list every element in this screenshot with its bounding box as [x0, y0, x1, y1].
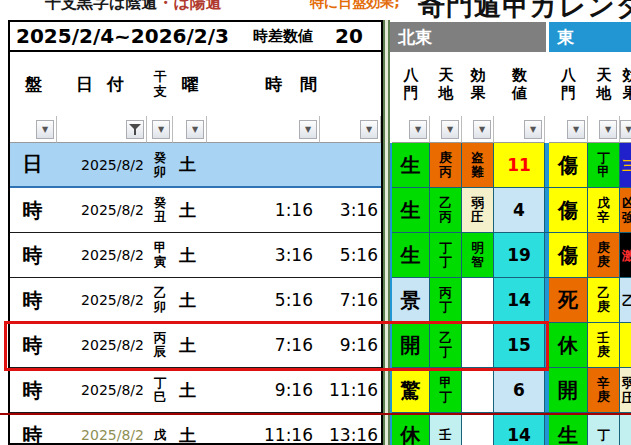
time-start-cell[interactable]: 7:16 — [207, 323, 320, 368]
effect-cell-2[interactable]: 凶 強 — [620, 188, 631, 233]
ban-cell[interactable]: 日 — [8, 143, 57, 188]
weekday-cell[interactable]: 土 — [173, 233, 207, 278]
ban-cell[interactable]: 時 — [8, 278, 57, 323]
kanshi-cell[interactable]: 乙卯 — [147, 278, 173, 323]
kanshi-cell[interactable]: 癸丑 — [147, 188, 173, 233]
effect-cell-1[interactable]: 盗難 — [462, 143, 494, 188]
hachimon-cell-1[interactable]: 生 — [392, 233, 430, 278]
hachimon-cell-2[interactable]: 死 — [549, 278, 588, 323]
pane-split-divider[interactable] — [383, 20, 390, 445]
effect-cell-1[interactable] — [462, 368, 494, 413]
effect-cell-1[interactable] — [462, 413, 494, 445]
value-cell-1[interactable]: 14 — [494, 278, 545, 323]
effect-cell-1[interactable] — [462, 278, 494, 323]
filter-funnel-date[interactable] — [126, 120, 144, 139]
effect-cell-1[interactable]: 明智 — [462, 233, 494, 278]
value-cell-1[interactable]: 4 — [494, 188, 545, 233]
weekday-cell[interactable]: 土 — [173, 143, 207, 188]
ban-cell[interactable]: 時 — [8, 233, 57, 278]
hachimon-cell-2[interactable]: 休 — [549, 323, 588, 368]
tenchi-cell-1[interactable]: 甲丁 — [430, 368, 462, 413]
hachimon-cell-2[interactable]: 生 — [549, 413, 588, 445]
filter-dropdown-kouka1[interactable]: ▼ — [473, 120, 491, 139]
time-start-cell[interactable]: 5:16 — [207, 278, 320, 323]
effect-cell-2[interactable] — [620, 413, 631, 445]
time-offset-value[interactable]: 20 — [335, 24, 363, 48]
filter-dropdown-yobi[interactable]: ▼ — [186, 120, 204, 139]
date-cell[interactable]: 2025/8/2 — [57, 368, 147, 413]
date-cell[interactable]: 2025/8/2 — [57, 143, 147, 188]
date-cell[interactable]: 2025/8/2 — [57, 233, 147, 278]
date-cell[interactable]: 2025/8/2 — [57, 323, 147, 368]
hachimon-cell-1[interactable]: 景 — [392, 278, 430, 323]
weekday-cell[interactable]: 土 — [173, 368, 207, 413]
ban-cell[interactable]: 時 — [8, 323, 57, 368]
time-start-cell[interactable]: 3:16 — [207, 233, 320, 278]
value-cell-1[interactable]: 14 — [494, 413, 545, 445]
weekday-cell[interactable]: 土 — [173, 413, 207, 445]
filter-dropdown-time2[interactable]: ▼ — [360, 120, 378, 139]
hachimon-cell-2[interactable]: 傷 — [549, 233, 588, 278]
hachimon-cell-1[interactable]: 生 — [392, 143, 430, 188]
effect-cell-2[interactable]: 乙 — [620, 278, 631, 323]
effect-cell-2[interactable]: 弱 圧 — [620, 368, 631, 413]
value-cell-1[interactable]: 15 — [494, 323, 545, 368]
date-cell[interactable]: 2025/8/2 — [57, 188, 147, 233]
kanshi-cell[interactable]: 戊 — [147, 413, 173, 445]
tenchi-cell-2[interactable]: 庚庚 — [588, 233, 620, 278]
kanshi-cell[interactable]: 甲寅 — [147, 233, 173, 278]
value-cell-1[interactable]: 6 — [494, 368, 545, 413]
hachimon-cell-1[interactable]: 驚 — [392, 368, 430, 413]
date-cell[interactable]: 2025/8/2 — [57, 413, 147, 445]
period-range[interactable]: 2025/2/4~2026/2/3 — [16, 24, 229, 48]
effect-cell-2[interactable]: 激 — [620, 233, 631, 278]
effect-cell-2[interactable]: 三 — [620, 143, 631, 188]
effect-cell-1[interactable]: 弱圧 — [462, 188, 494, 233]
tenchi-cell-2[interactable]: 壬庚 — [588, 323, 620, 368]
value-cell-1[interactable]: 11 — [494, 143, 545, 188]
tenchi-cell-2[interactable]: 戊辛 — [588, 188, 620, 233]
tenchi-cell-1[interactable]: 丙丁 — [430, 278, 462, 323]
tenchi-cell-1[interactable]: 丁丁 — [430, 233, 462, 278]
tenchi-cell-1[interactable]: 乙丁 — [430, 323, 462, 368]
time-end-cell[interactable]: 13:16 — [320, 413, 381, 445]
time-end-cell[interactable]: 5:16 — [320, 233, 381, 278]
tenchi-cell-2[interactable]: 丁甲 — [588, 143, 620, 188]
tenchi-cell-1[interactable]: 乙丙 — [430, 188, 462, 233]
time-end-cell[interactable] — [320, 143, 381, 188]
effect-cell-1[interactable] — [462, 323, 494, 368]
tenchi-cell-2[interactable]: 辛庚 — [588, 368, 620, 413]
weekday-cell[interactable]: 土 — [173, 323, 207, 368]
filter-dropdown-ban[interactable]: ▼ — [36, 120, 54, 139]
tenchi-cell-1[interactable]: 壬 — [430, 413, 462, 445]
filter-dropdown-hachimon2[interactable]: ▼ — [567, 120, 585, 139]
filter-dropdown-kouka2[interactable]: ▼ — [620, 120, 631, 139]
tenchi-cell-2[interactable]: 丁 — [588, 413, 620, 445]
time-start-cell[interactable]: 11:16 — [207, 413, 320, 445]
time-start-cell[interactable]: 1:16 — [207, 188, 320, 233]
effect-cell-2[interactable] — [620, 323, 631, 368]
tenchi-cell-2[interactable]: 乙庚 — [588, 278, 620, 323]
hachimon-cell-2[interactable]: 開 — [549, 368, 588, 413]
filter-dropdown-kanshi[interactable]: ▼ — [152, 120, 170, 139]
weekday-cell[interactable]: 土 — [173, 278, 207, 323]
filter-dropdown-time1[interactable]: ▼ — [299, 120, 317, 139]
date-cell[interactable]: 2025/8/2 — [57, 278, 147, 323]
ban-cell[interactable]: 時 — [8, 188, 57, 233]
kanshi-cell[interactable]: 丁巳 — [147, 368, 173, 413]
hachimon-cell-2[interactable]: 傷 — [549, 143, 588, 188]
time-start-cell[interactable]: 9:16 — [207, 368, 320, 413]
kanshi-cell[interactable]: 丙辰 — [147, 323, 173, 368]
hachimon-cell-1[interactable]: 生 — [392, 188, 430, 233]
hachimon-cell-2[interactable]: 傷 — [549, 188, 588, 233]
kanshi-cell[interactable]: 癸卯 — [147, 143, 173, 188]
region-header-east[interactable]: 東 — [549, 22, 631, 52]
filter-dropdown-suchi1[interactable]: ▼ — [524, 120, 542, 139]
value-cell-1[interactable]: 19 — [494, 233, 545, 278]
weekday-cell[interactable]: 土 — [173, 188, 207, 233]
filter-dropdown-tenchi1[interactable]: ▼ — [441, 120, 459, 139]
ban-cell[interactable]: 時 — [8, 368, 57, 413]
filter-dropdown-hachimon1[interactable]: ▼ — [409, 120, 427, 139]
tenchi-cell-1[interactable]: 庚丙 — [430, 143, 462, 188]
time-end-cell[interactable]: 11:16 — [320, 368, 381, 413]
